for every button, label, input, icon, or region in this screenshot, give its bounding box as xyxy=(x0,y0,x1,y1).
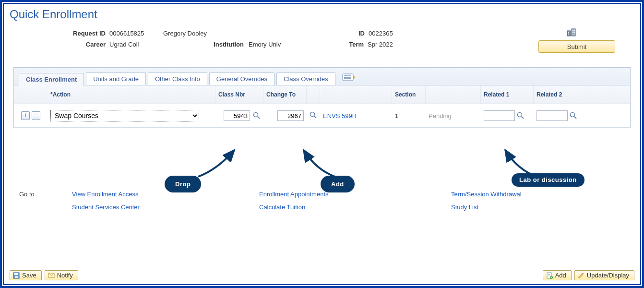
related2-lookup-icon[interactable] xyxy=(570,112,577,120)
svg-rect-7 xyxy=(574,32,575,33)
show-all-columns-icon[interactable] xyxy=(342,73,357,82)
bottom-toolbar: Save Notify Add xyxy=(10,270,634,280)
tab-other-class-info[interactable]: Other Class Info xyxy=(148,72,207,85)
notify-label: Notify xyxy=(57,272,73,279)
section-value: 1 xyxy=(392,109,426,122)
drop-callout: Drop xyxy=(165,176,201,192)
link-term-session-withdrawal[interactable]: Term/Session Withdrawal xyxy=(451,191,595,198)
link-enrollment-appointments[interactable]: Enrollment Appointments xyxy=(259,191,451,198)
svg-rect-6 xyxy=(572,32,573,33)
status-value: Pending xyxy=(426,109,481,122)
svg-rect-0 xyxy=(567,31,571,36)
career-label: Career xyxy=(29,41,106,48)
svg-point-16 xyxy=(518,113,522,117)
header-action: *Action xyxy=(48,85,215,104)
related2-input[interactable] xyxy=(537,110,568,121)
enrollment-row: + − Swap Courses xyxy=(14,104,630,128)
course-link[interactable]: ENVS 599R xyxy=(320,109,392,122)
submit-button[interactable]: Submit xyxy=(538,40,615,53)
request-id-label: Request ID xyxy=(29,30,106,37)
related1-lookup-icon[interactable] xyxy=(517,112,525,120)
update-display-button[interactable]: Update/Display xyxy=(574,270,634,280)
term-value: Spr 2022 xyxy=(364,41,393,48)
action-select[interactable]: Swap Courses xyxy=(50,110,199,121)
link-calculate-tuition[interactable]: Calculate Tuition xyxy=(259,204,451,211)
pencil-icon xyxy=(578,272,584,279)
svg-rect-3 xyxy=(568,34,569,35)
grid-header-row: *Action Class Nbr Change To Section Rela… xyxy=(14,85,630,104)
building-icon[interactable] xyxy=(566,27,577,39)
svg-rect-4 xyxy=(572,30,573,31)
tabs-row: Class Enrollment Units and Grade Other C… xyxy=(14,68,630,85)
tab-general-overrides[interactable]: General Overrides xyxy=(209,72,274,85)
page-title: Quick Enrollment xyxy=(10,8,634,21)
header-related2: Related 2 xyxy=(534,85,586,104)
drop-arrow-icon xyxy=(191,148,239,181)
enrollment-grid: Class Enrollment Units and Grade Other C… xyxy=(13,67,631,128)
id-label: ID xyxy=(288,30,365,37)
svg-rect-22 xyxy=(15,276,18,278)
class-nbr-lookup-icon[interactable] xyxy=(253,112,261,120)
tab-class-enrollment[interactable]: Class Enrollment xyxy=(19,73,84,85)
svg-line-19 xyxy=(574,117,576,119)
goto-label: Go to xyxy=(19,191,72,198)
header-change-to: Change To xyxy=(263,85,307,104)
add-callout: Add xyxy=(321,176,355,192)
svg-line-13 xyxy=(258,117,260,119)
delete-row-button[interactable]: − xyxy=(32,111,40,120)
request-id-value: 0006615825 xyxy=(106,30,163,37)
lab-callout: Lab or discussion xyxy=(512,173,584,187)
add-button[interactable]: Add xyxy=(543,270,572,280)
link-view-enrollment-access[interactable]: View Enrollment Access xyxy=(72,191,259,198)
career-value: Ugrad Coll xyxy=(106,41,163,48)
tab-units-grade[interactable]: Units and Grade xyxy=(86,72,146,85)
link-student-services-center[interactable]: Student Services Center xyxy=(72,204,259,211)
related1-input[interactable] xyxy=(484,110,515,121)
update-display-label: Update/Display xyxy=(587,272,629,279)
svg-rect-21 xyxy=(14,273,18,275)
svg-line-17 xyxy=(522,117,524,119)
id-value: 0022365 xyxy=(365,30,393,37)
change-to-lookup-icon[interactable] xyxy=(310,111,317,119)
class-nbr-input[interactable] xyxy=(224,110,250,121)
save-icon xyxy=(13,272,20,279)
svg-point-12 xyxy=(254,113,258,117)
term-label: Term xyxy=(311,41,364,48)
institution-label: Institution xyxy=(163,41,244,48)
link-study-list[interactable]: Study List xyxy=(451,204,595,211)
institution-value: Emory Univ xyxy=(244,41,311,48)
svg-rect-5 xyxy=(574,30,575,31)
add-row-button[interactable]: + xyxy=(21,111,30,120)
header-region: Request ID 0006615825 Gregory Dooley ID … xyxy=(29,30,615,63)
notify-icon xyxy=(48,273,55,278)
header-class-nbr: Class Nbr xyxy=(215,85,263,104)
svg-point-14 xyxy=(310,112,315,116)
header-section: Section xyxy=(392,85,426,104)
add-label: Add xyxy=(555,272,566,279)
goto-region: Go to View Enrollment Access Enrollment … xyxy=(19,191,625,211)
svg-rect-2 xyxy=(568,32,569,33)
svg-point-18 xyxy=(571,113,575,117)
student-name: Gregory Dooley xyxy=(163,30,288,37)
save-button[interactable]: Save xyxy=(10,270,42,280)
header-related1: Related 1 xyxy=(481,85,534,104)
tab-class-overrides[interactable]: Class Overrides xyxy=(276,72,335,85)
svg-line-15 xyxy=(314,116,316,118)
save-label: Save xyxy=(22,272,36,279)
notify-button[interactable]: Notify xyxy=(45,270,78,280)
add-page-icon xyxy=(546,272,553,279)
change-to-input[interactable] xyxy=(277,110,304,121)
